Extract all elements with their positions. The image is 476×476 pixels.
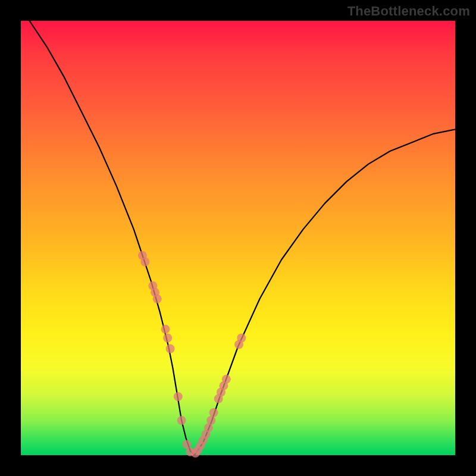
marker-dot: [163, 333, 172, 342]
marker-dot: [209, 408, 218, 417]
marker-dot: [166, 345, 175, 353]
curve-svg: [21, 21, 455, 455]
marker-dot: [177, 416, 186, 425]
marker-dot: [174, 392, 183, 401]
highlighted-points: [138, 251, 246, 458]
plot-area: [21, 21, 455, 455]
marker-dot: [153, 295, 162, 303]
marker-dot: [222, 375, 231, 384]
chart-frame: TheBottleneck.com: [0, 0, 476, 476]
marker-dot: [237, 333, 246, 342]
marker-dot: [161, 325, 170, 334]
watermark-text: TheBottleneck.com: [347, 4, 470, 19]
marker-dot: [206, 416, 215, 425]
marker-dot: [140, 258, 149, 267]
bottleneck-curve: [30, 21, 455, 455]
